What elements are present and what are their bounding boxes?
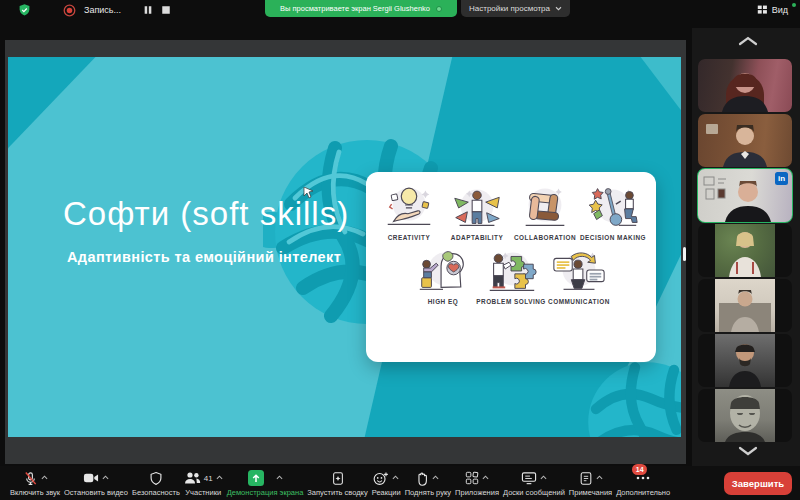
whiteboard-icon	[521, 471, 537, 485]
more-button[interactable]: 14 Дополнительно	[616, 470, 670, 497]
share-screen-button[interactable]: Демонстрация экрана	[227, 470, 304, 497]
shield-icon	[149, 471, 163, 486]
participant-video-3-active-speaker[interactable]: in	[698, 169, 792, 222]
linkedin-icon: in	[775, 172, 788, 185]
signal-dot-icon	[436, 6, 442, 12]
camera-icon	[83, 471, 99, 485]
start-summary-button[interactable]: Запустить сводку	[307, 470, 367, 497]
scroll-participants-down-button[interactable]	[738, 446, 758, 456]
problem-solving-icon	[482, 246, 540, 294]
stop-video-button[interactable]: Остановить видео	[64, 470, 128, 497]
reactions-button[interactable]: Реакции	[372, 470, 401, 497]
participant-video-5[interactable]	[698, 279, 792, 332]
apps-grid-icon	[465, 471, 479, 485]
skill-creativity: CREATIVITY	[375, 182, 443, 246]
chevron-up-icon[interactable]	[392, 474, 399, 481]
mouse-cursor-icon	[303, 187, 315, 199]
chevron-up-icon[interactable]	[41, 474, 48, 481]
chevron-up-icon[interactable]	[216, 474, 223, 481]
notes-icon	[579, 471, 593, 486]
participant-video-1[interactable]	[698, 59, 792, 112]
skill-communication: COMMUNICATION	[545, 246, 613, 310]
skill-collaboration: COLLABORATION	[511, 182, 579, 246]
chevron-up-icon[interactable]	[432, 474, 439, 481]
chevron-up-icon[interactable]	[596, 474, 603, 481]
participants-icon	[184, 471, 201, 485]
raise-hand-button[interactable]: Поднять руку	[405, 470, 451, 497]
reactions-smiley-icon	[373, 471, 389, 486]
recording-label: Запись...	[84, 5, 121, 15]
chevron-down-icon	[555, 6, 562, 11]
viewing-screen-banner: Вы просматриваете экран Sergii Glushenko	[265, 0, 457, 17]
slide-subtitle: Адаптивність та емоційний інтелект	[67, 249, 341, 265]
participant-silhouette	[698, 114, 792, 167]
share-screen-icon	[248, 470, 264, 486]
soft-skills-card: CREATIVITY	[366, 172, 656, 362]
decision-making-icon	[584, 182, 642, 230]
unmute-button[interactable]: Включить звук	[10, 470, 60, 497]
communication-icon	[550, 246, 608, 294]
presentation-slide: Софти (soft skills) Адаптивність та емоц…	[8, 57, 681, 437]
notes-button[interactable]: Примечания	[569, 470, 612, 497]
skill-adaptability: ADAPTABILITY	[443, 182, 511, 246]
participant-video-7[interactable]	[698, 389, 792, 442]
shared-screen-area: Софти (soft skills) Адаптивність та емоц…	[5, 40, 686, 464]
skill-high-eq: HIGH EQ	[409, 246, 477, 310]
participants-count: 41	[204, 474, 213, 483]
view-settings-label: Настройки просмотра	[469, 4, 550, 13]
apps-button[interactable]: Приложения	[455, 470, 499, 497]
participant-silhouette	[715, 389, 775, 442]
participant-silhouette	[715, 224, 775, 277]
brain-sculpture-image-2	[583, 357, 681, 437]
meeting-toolbar: Включить звук Остановить видео Безопасно…	[0, 466, 800, 500]
participants-video-strip: in	[692, 28, 800, 468]
view-mode-button[interactable]: Вид	[757, 4, 788, 15]
creativity-icon	[380, 182, 438, 230]
participant-video-4[interactable]	[698, 224, 792, 277]
view-settings-dropdown[interactable]: Настройки просмотра	[461, 0, 570, 17]
raised-hand-icon	[416, 471, 429, 486]
status-dot-icon	[792, 3, 796, 7]
participant-silhouette	[715, 279, 775, 332]
zoom-meeting-window: Запись... Вы просматриваете экран Sergii…	[0, 0, 800, 500]
summary-document-icon	[331, 471, 345, 486]
microphone-muted-icon	[23, 471, 38, 486]
participants-button[interactable]: 41 Участники	[184, 470, 223, 497]
stop-recording-button[interactable]	[161, 5, 171, 15]
collaboration-icon	[516, 182, 574, 230]
notification-badge: 14	[632, 464, 647, 475]
high-eq-icon	[414, 246, 472, 294]
security-button[interactable]: Безопасность	[132, 470, 180, 497]
skill-decision-making: DECISION MAKING	[579, 182, 647, 246]
whiteboards-button[interactable]: Доски сообщений	[503, 470, 565, 497]
security-shield-icon	[18, 3, 31, 17]
participant-video-6[interactable]	[698, 334, 792, 387]
top-bar: Запись... Вы просматриваете экран Sergii…	[0, 0, 800, 22]
participant-video-2[interactable]	[698, 114, 792, 167]
slide-title: Софти (soft skills)	[63, 195, 349, 233]
end-meeting-button[interactable]: Завершить	[724, 472, 792, 495]
pause-recording-button[interactable]	[143, 5, 153, 15]
chevron-up-icon[interactable]	[276, 474, 283, 481]
chevron-up-icon[interactable]	[540, 474, 547, 481]
scroll-participants-up-button[interactable]	[738, 36, 758, 46]
adaptability-icon	[448, 182, 506, 230]
chevron-up-icon[interactable]	[102, 474, 109, 481]
chevron-up-icon[interactable]	[482, 474, 489, 481]
viewing-screen-text: Вы просматриваете экран Sergii Glushenko	[280, 4, 430, 13]
view-label: Вид	[772, 5, 788, 15]
skill-problem-solving: PROBLEM SOLVING	[477, 246, 545, 310]
participant-silhouette	[715, 334, 775, 387]
recording-indicator-icon	[63, 4, 76, 17]
participant-silhouette	[698, 59, 792, 112]
scrollbar-thumb[interactable]	[683, 247, 686, 261]
grid-view-icon	[757, 4, 768, 15]
